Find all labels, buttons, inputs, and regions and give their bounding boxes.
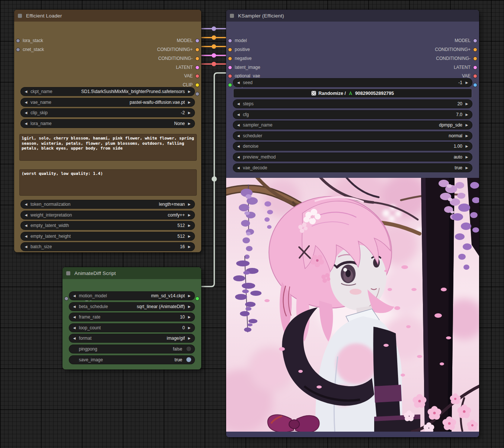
next-arrow-icon[interactable]: ▶ (187, 221, 192, 230)
widget-weight-interpretation[interactable]: ◀ weight_interpretation comfy++ ▶ (21, 211, 195, 219)
next-arrow-icon[interactable]: ▶ (465, 100, 469, 108)
toggle-dot[interactable] (186, 346, 192, 352)
next-arrow-icon[interactable]: ▶ (187, 313, 192, 321)
port-dot[interactable] (195, 48, 199, 52)
node-header[interactable]: Efficient Loader (14, 10, 201, 22)
next-arrow-icon[interactable]: ▶ (465, 132, 469, 140)
node-header[interactable]: AnimateDiff Script (62, 267, 201, 279)
port-dot[interactable] (473, 74, 477, 78)
widget-denoise[interactable]: ◀ denoise 1.00 ▶ (233, 142, 472, 150)
output-port-latent[interactable]: LATENT (176, 65, 199, 70)
prev-arrow-icon[interactable]: ◀ (72, 303, 77, 311)
input-port-optional-vae[interactable]: optional_vae (228, 73, 260, 79)
widget-empty-latent-height[interactable]: ◀ empty_latent_height 512 ▶ (21, 232, 195, 240)
port-dot[interactable] (195, 65, 199, 70)
output-port-model[interactable]: MODEL (455, 38, 477, 43)
port-dot[interactable] (473, 48, 477, 52)
next-arrow-icon[interactable]: ▶ (187, 303, 192, 311)
input-port-latent-image[interactable]: latent_image (228, 65, 260, 70)
port-dot[interactable] (473, 83, 477, 87)
widget-loop-count[interactable]: ◀ loop_count 0 ▶ (69, 324, 195, 332)
output-port-conditioning-minus[interactable]: CONDITIONING- (436, 56, 477, 61)
next-arrow-icon[interactable]: ▶ (465, 111, 469, 119)
output-port-vae[interactable]: VAE (462, 73, 477, 79)
node-efficient-loader[interactable]: Efficient Loader lora_stack cnet_stack M… (14, 10, 201, 252)
node-header[interactable]: KSampler (Efficient) (226, 10, 479, 22)
widget-empty-latent-width[interactable]: ◀ empty_latent_width 512 ▶ (21, 221, 195, 230)
prev-arrow-icon[interactable]: ◀ (236, 100, 241, 108)
next-arrow-icon[interactable]: ▶ (187, 324, 192, 332)
port-dot[interactable] (195, 83, 199, 87)
next-arrow-icon[interactable]: ▶ (187, 98, 192, 106)
next-arrow-icon[interactable]: ▶ (187, 87, 192, 96)
widget-seed[interactable]: ◀ seed -1 ▶ (233, 79, 472, 87)
port-dot[interactable] (64, 297, 68, 301)
port-dot[interactable] (195, 39, 199, 43)
prev-arrow-icon[interactable]: ◀ (236, 121, 241, 129)
prev-arrow-icon[interactable]: ◀ (24, 232, 28, 240)
port-dot[interactable] (228, 65, 232, 70)
prev-arrow-icon[interactable]: ◀ (236, 164, 241, 172)
port-dot[interactable] (473, 39, 477, 43)
widget-lora-name[interactable]: ◀ lora_name None ▶ (21, 119, 195, 128)
positive-prompt-textarea[interactable]: 1girl, solo, cherry blossom, hanami, pin… (19, 134, 197, 161)
widget-steps[interactable]: ◀ steps 20 ▶ (233, 100, 472, 108)
widget-motion-model[interactable]: ◀ motion_model mm_sd_v14.ckpt ▶ (69, 292, 195, 300)
collapse-box-icon[interactable] (66, 271, 70, 275)
next-arrow-icon[interactable]: ▶ (187, 211, 192, 219)
next-arrow-icon[interactable]: ▶ (187, 334, 192, 342)
node-ksampler-efficient[interactable]: KSampler (Efficient) model positive nega… (226, 10, 479, 437)
toggle-save-image[interactable]: ◀ save_image true (69, 356, 195, 364)
prev-arrow-icon[interactable]: ◀ (24, 87, 28, 96)
node-animatediff-script[interactable]: AnimateDiff Script context_options SCRIP… (62, 267, 201, 369)
widget-vae-decode[interactable]: ◀ vae_decode true ▶ (233, 164, 472, 172)
port-dot[interactable] (228, 83, 232, 87)
widget-frame-rate[interactable]: ◀ frame_rate 10 ▶ (69, 313, 195, 321)
next-arrow-icon[interactable]: ▶ (187, 200, 192, 208)
next-arrow-icon[interactable]: ▶ (465, 164, 469, 172)
output-port-conditioning-plus[interactable]: CONDITIONING+ (435, 47, 477, 52)
input-port-lora-stack[interactable]: lora_stack (16, 38, 43, 43)
prev-arrow-icon[interactable]: ◀ (72, 313, 77, 321)
prev-arrow-icon[interactable]: ◀ (236, 142, 241, 150)
next-arrow-icon[interactable]: ▶ (187, 232, 192, 240)
prev-arrow-icon[interactable]: ◀ (72, 334, 77, 342)
toggle-pingpong[interactable]: ◀ pingpong false (69, 345, 195, 353)
prev-arrow-icon[interactable]: ◀ (24, 119, 28, 128)
prev-arrow-icon[interactable]: ◀ (72, 324, 77, 332)
prev-arrow-icon[interactable]: ◀ (236, 153, 241, 161)
port-dot[interactable] (195, 297, 199, 301)
port-dot[interactable] (195, 57, 199, 61)
widget-scheduler[interactable]: ◀ scheduler normal ▶ (233, 132, 472, 140)
output-port-conditioning-minus[interactable]: CONDITIONING- (158, 56, 199, 61)
widget-ckpt-name[interactable]: ◀ ckpt_name SD1.5\darkSushiMixMix_bright… (21, 87, 195, 96)
input-port-cnet-stack[interactable]: cnet_stack (16, 47, 44, 52)
widget-sampler-name[interactable]: ◀ sampler_name dpmpp_sde ▶ (233, 121, 472, 129)
port-dot[interactable] (16, 48, 20, 52)
port-dot[interactable] (473, 65, 477, 70)
port-dot[interactable] (228, 57, 232, 61)
widget-token-normalization[interactable]: ◀ token_normalization length+mean ▶ (21, 200, 195, 208)
input-port-model[interactable]: model (228, 38, 247, 43)
next-arrow-icon[interactable]: ▶ (187, 243, 192, 251)
widget-vae-name[interactable]: ◀ vae_name pastel-waifu-diffusion.vae.pt… (21, 98, 195, 106)
node-graph-canvas[interactable]: Efficient Loader lora_stack cnet_stack M… (0, 0, 504, 448)
output-port-latent[interactable]: LATENT (454, 65, 477, 70)
widget-batch-size[interactable]: ◀ batch_size 16 ▶ (21, 243, 195, 251)
widget-preview-method[interactable]: ◀ preview_method auto ▶ (233, 153, 472, 161)
toggle-dot[interactable] (186, 357, 192, 362)
negative-prompt-textarea[interactable]: (worst quality, low quality: 1.4) (19, 169, 197, 196)
port-dot[interactable] (195, 74, 199, 78)
widget-cfg[interactable]: ◀ cfg 7.0 ▶ (233, 111, 472, 119)
port-dot[interactable] (16, 39, 20, 43)
port-dot[interactable] (228, 39, 232, 43)
port-dot[interactable] (228, 48, 232, 52)
input-port-positive[interactable]: positive (228, 47, 250, 52)
widget-beta-schedule[interactable]: ◀ beta_schedule sqrt_linear (AnimateDiff… (69, 303, 195, 311)
prev-arrow-icon[interactable]: ◀ (24, 211, 28, 219)
widget-format[interactable]: ◀ format image/gif ▶ (69, 334, 195, 342)
next-arrow-icon[interactable]: ▶ (465, 79, 469, 87)
next-arrow-icon[interactable]: ▶ (187, 292, 192, 300)
next-arrow-icon[interactable]: ▶ (465, 142, 469, 150)
next-arrow-icon[interactable]: ▶ (187, 119, 192, 128)
